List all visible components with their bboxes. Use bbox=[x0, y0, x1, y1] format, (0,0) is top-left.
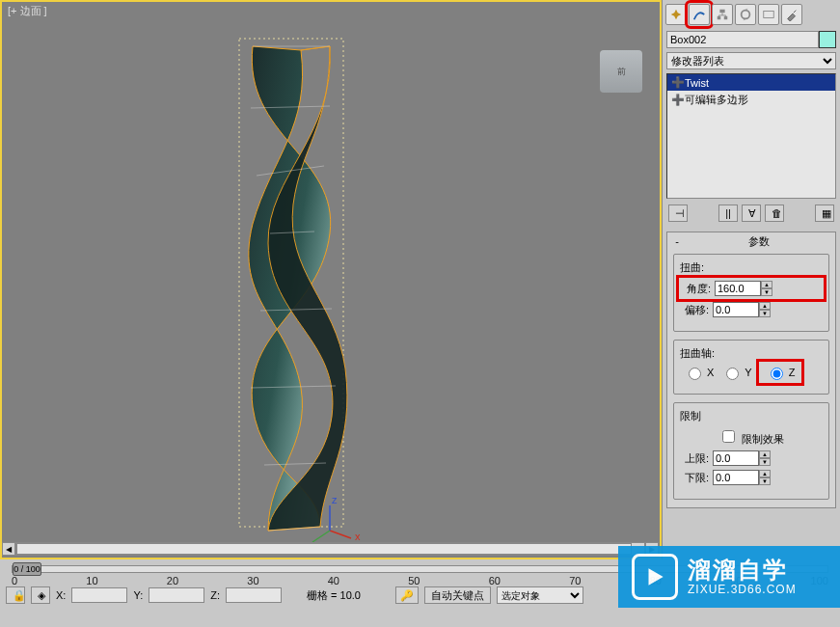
svg-text:z: z bbox=[332, 494, 338, 505]
modifier-item-twist[interactable]: ➕ Twist bbox=[667, 74, 835, 91]
modifier-label: 可编辑多边形 bbox=[685, 93, 748, 107]
selection-set-button[interactable]: ◈ bbox=[31, 586, 50, 604]
play-icon bbox=[632, 554, 678, 600]
viewport-3d[interactable]: [+ 边面 ] 前 bbox=[0, 0, 662, 559]
command-panel: 修改器列表 ➕ Twist ➕ 可编辑多边形 ⊣ || ∀ 🗑 ▦ bbox=[662, 0, 840, 559]
expand-icon[interactable]: ➕ bbox=[671, 94, 681, 106]
z-label: Z: bbox=[210, 589, 220, 601]
rollup-toggle[interactable]: - bbox=[671, 235, 683, 247]
viewcube[interactable]: 前 bbox=[600, 50, 642, 93]
lock-selection-button[interactable]: 🔒 bbox=[6, 586, 25, 604]
grid-readout: 栅格 = 10.0 bbox=[307, 588, 361, 603]
y-coord-input[interactable] bbox=[149, 587, 204, 603]
params-rollup: - 参数 扭曲: 角度: ▲▼ 偏移: ▲▼ bbox=[666, 232, 836, 508]
modifier-item-editable-poly[interactable]: ➕ 可编辑多边形 bbox=[667, 91, 835, 109]
modifier-stack[interactable]: ➕ Twist ➕ 可编辑多边形 bbox=[666, 73, 836, 199]
twisted-box-model: x z bbox=[176, 21, 436, 561]
y-label: Y: bbox=[133, 589, 143, 601]
axis-group: 扭曲轴: X Y Z bbox=[673, 340, 829, 395]
spinner-down[interactable]: ▼ bbox=[759, 310, 771, 317]
svg-rect-14 bbox=[719, 10, 724, 14]
twist-group: 扭曲: 角度: ▲▼ 偏移: ▲▼ bbox=[673, 254, 829, 332]
lower-limit-input[interactable] bbox=[713, 470, 759, 485]
watermark: 溜溜自学 ZIXUE.3D66.COM bbox=[618, 546, 840, 608]
spinner-down[interactable]: ▼ bbox=[759, 477, 771, 485]
z-coord-input[interactable] bbox=[226, 587, 282, 603]
spinner-up[interactable]: ▲ bbox=[759, 470, 771, 477]
remove-modifier-button[interactable]: 🗑 bbox=[765, 204, 784, 222]
limit-group: 限制 限制效果 上限: ▲▼ 下限: ▲▼ bbox=[673, 402, 829, 500]
limit-effect-checkbox[interactable]: 限制效果 bbox=[718, 427, 783, 447]
axis-y-option[interactable]: Y bbox=[721, 365, 751, 380]
scroll-thumb[interactable] bbox=[16, 543, 632, 555]
x-coord-input[interactable] bbox=[71, 587, 127, 603]
modifier-label: Twist bbox=[685, 77, 709, 89]
viewport-hscroll[interactable]: ◀ ▶ bbox=[2, 542, 659, 556]
bias-label: 偏移: bbox=[680, 303, 709, 317]
scroll-left-arrow[interactable]: ◀ bbox=[2, 542, 15, 556]
pin-stack-button[interactable]: ⊣ bbox=[668, 204, 688, 222]
tab-hierarchy[interactable] bbox=[712, 4, 733, 25]
spinner-down[interactable]: ▼ bbox=[761, 288, 772, 296]
rollup-title: 参数 bbox=[687, 234, 831, 249]
axis-z-option[interactable]: Z bbox=[760, 363, 801, 382]
group-legend: 限制 bbox=[680, 410, 701, 422]
bias-input[interactable] bbox=[713, 302, 759, 317]
configure-sets-button[interactable]: ▦ bbox=[815, 204, 834, 222]
object-name-input[interactable] bbox=[666, 31, 819, 48]
rollup-header[interactable]: - 参数 bbox=[667, 232, 835, 250]
svg-rect-15 bbox=[718, 16, 721, 20]
stack-tools: ⊣ || ∀ 🗑 ▦ bbox=[663, 201, 840, 226]
group-legend: 扭曲轴: bbox=[680, 347, 715, 359]
angle-label: 角度: bbox=[682, 282, 711, 296]
svg-line-10 bbox=[312, 531, 330, 542]
watermark-url: ZIXUE.3D66.COM bbox=[688, 584, 797, 596]
tab-motion[interactable] bbox=[735, 4, 756, 25]
viewport-label: [+ 边面 ] bbox=[8, 4, 47, 18]
timeline-handle[interactable]: 0 / 100 bbox=[13, 562, 41, 576]
svg-rect-18 bbox=[764, 12, 774, 18]
watermark-title: 溜溜自学 bbox=[688, 558, 797, 583]
axis-x-option[interactable]: X bbox=[684, 365, 714, 380]
upper-label: 上限: bbox=[680, 451, 709, 466]
tab-create[interactable] bbox=[665, 4, 687, 25]
group-legend: 扭曲: bbox=[680, 261, 704, 273]
svg-rect-16 bbox=[724, 16, 728, 20]
svg-point-17 bbox=[742, 11, 750, 19]
make-unique-button[interactable]: ∀ bbox=[742, 204, 761, 222]
spinner-up[interactable]: ▲ bbox=[761, 281, 772, 288]
expand-icon[interactable]: ➕ bbox=[671, 76, 681, 89]
x-label: X: bbox=[56, 589, 66, 601]
panel-tabs bbox=[663, 0, 840, 29]
spinner-down[interactable]: ▼ bbox=[759, 458, 771, 466]
lower-label: 下限: bbox=[680, 471, 709, 485]
spinner-up[interactable]: ▲ bbox=[759, 302, 771, 310]
tab-display[interactable] bbox=[758, 4, 779, 25]
svg-line-9 bbox=[330, 531, 351, 538]
svg-text:x: x bbox=[355, 531, 361, 542]
object-color-swatch[interactable] bbox=[819, 31, 836, 48]
tab-utilities[interactable] bbox=[781, 4, 802, 25]
upper-limit-input[interactable] bbox=[713, 450, 759, 466]
set-key-button[interactable]: 🔑 bbox=[395, 586, 419, 604]
autokey-button[interactable]: 自动关键点 bbox=[424, 586, 491, 604]
key-filter-dropdown[interactable]: 选定对象 bbox=[497, 586, 583, 604]
show-end-result-button[interactable]: || bbox=[718, 204, 738, 222]
spinner-up[interactable]: ▲ bbox=[759, 450, 771, 458]
modifier-list-dropdown[interactable]: 修改器列表 bbox=[666, 52, 836, 69]
angle-input[interactable] bbox=[715, 281, 761, 296]
tab-modify[interactable] bbox=[689, 4, 710, 25]
